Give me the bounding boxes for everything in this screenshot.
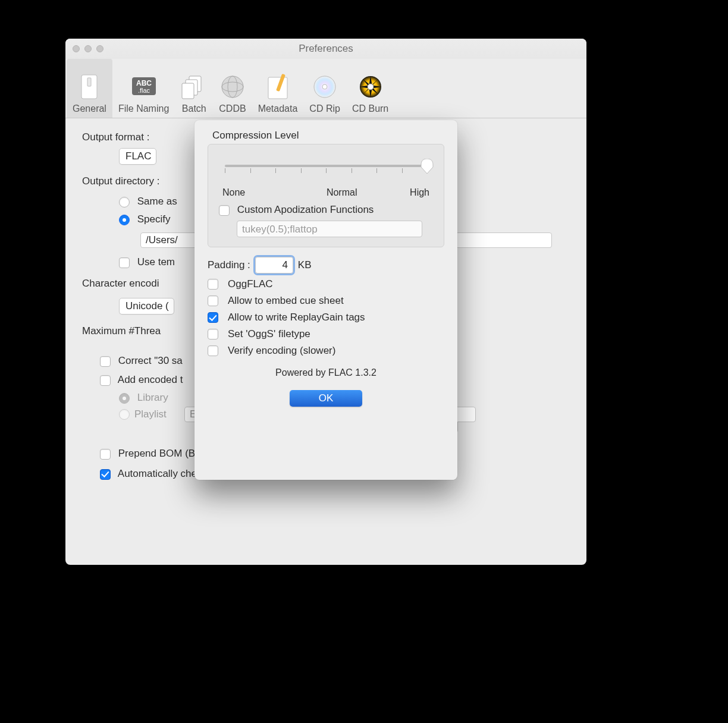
tab-label: CD Burn <box>352 103 388 114</box>
replaygain-label: Allow to write ReplayGain tags <box>228 312 365 323</box>
slider-label-normal: Normal <box>327 187 357 198</box>
radio-specify[interactable] <box>119 215 130 225</box>
ok-button[interactable]: OK <box>290 390 362 407</box>
check-embed-cue[interactable] <box>208 296 218 306</box>
slider-label-none: None <box>222 187 245 198</box>
padding-value: 4 <box>282 259 287 271</box>
metadata-icon <box>265 74 291 100</box>
path-value: /Users/ <box>146 234 178 246</box>
apodization-label: Custom Apodization Functions <box>237 204 374 215</box>
tab-metadata[interactable]: Metadata <box>252 59 304 118</box>
char-encoding-label: Character encodi <box>82 278 159 290</box>
output-format-select[interactable]: FLAC <box>119 148 156 165</box>
general-icon <box>76 74 102 100</box>
check-correct-30[interactable] <box>100 356 111 367</box>
check-oggs-filetype[interactable] <box>208 329 218 340</box>
radio-same-as-label: Same as <box>137 196 177 207</box>
radio-same-as[interactable] <box>119 197 130 208</box>
check-replaygain[interactable] <box>208 312 218 323</box>
padding-input[interactable]: 4 <box>255 257 293 274</box>
padding-unit: KB <box>298 259 312 271</box>
check-prepend-bom[interactable] <box>100 449 111 460</box>
oggs-label: Set 'OggS' filetype <box>228 328 310 340</box>
oggflac-label: OggFLAC <box>228 278 273 290</box>
check-apodization[interactable] <box>219 205 230 216</box>
tab-label: CDDB <box>219 103 246 114</box>
svg-point-14 <box>322 84 327 89</box>
tab-batch[interactable]: Batch <box>175 59 213 118</box>
use-temp-label: Use tem <box>137 256 175 268</box>
tab-label: File Naming <box>118 103 169 114</box>
slider-thumb-icon[interactable] <box>421 159 434 173</box>
tab-cd-rip[interactable]: CD Rip <box>303 59 346 118</box>
apodization-value: tukey(0.5);flattop <box>242 224 318 235</box>
add-encoded-label: Add encoded t <box>118 374 183 385</box>
cd-rip-icon <box>312 74 338 100</box>
max-threads-label: Maximum #Threa <box>82 325 161 337</box>
tab-label: Batch <box>182 103 206 114</box>
flac-options-sheet: Compression Level None Normal High Custo… <box>194 120 457 480</box>
apodization-input[interactable]: tukey(0.5);flattop <box>237 221 422 237</box>
compression-group: Compression Level None Normal High Custo… <box>208 130 444 247</box>
check-verify[interactable] <box>208 345 218 356</box>
titlebar: Preferences <box>65 39 586 59</box>
cd-burn-icon <box>357 74 384 100</box>
tab-label: General <box>73 103 106 114</box>
window-title: Preferences <box>65 43 586 55</box>
svg-point-16 <box>368 84 374 90</box>
select-value: Unicode ( <box>125 300 169 312</box>
padding-label: Padding : <box>208 259 250 271</box>
svg-rect-7 <box>182 83 194 99</box>
slider-label-high: High <box>410 187 429 198</box>
tab-cd-burn[interactable]: CD Burn <box>346 59 394 118</box>
check-oggflac[interactable] <box>208 279 218 290</box>
svg-point-8 <box>222 76 243 98</box>
verify-label: Verify encoding (slower) <box>228 345 335 357</box>
powered-by-label: Powered by FLAC 1.3.2 <box>208 367 444 378</box>
compression-label: Compression Level <box>212 130 299 141</box>
tab-cddb[interactable]: CDDB <box>213 59 252 118</box>
check-use-temp[interactable] <box>119 257 130 268</box>
toolbar: General ABC.flac File Naming Batch CDDB … <box>65 59 586 118</box>
check-add-encoded[interactable] <box>100 375 111 386</box>
tab-file-naming[interactable]: ABC.flac File Naming <box>112 59 175 118</box>
select-value: FLAC <box>125 150 151 162</box>
svg-rect-1 <box>87 78 91 86</box>
output-format-label: Output format : <box>82 131 149 143</box>
tab-label: Metadata <box>258 103 298 114</box>
radio-specify-label: Specify <box>137 213 171 225</box>
tab-general[interactable]: General <box>67 59 112 118</box>
embed-cue-label: Allow to embed cue sheet <box>228 295 344 307</box>
char-encoding-select[interactable]: Unicode ( <box>119 298 174 315</box>
check-auto-update[interactable] <box>100 469 111 480</box>
batch-icon <box>181 74 207 100</box>
radio-playlist-label: Playlist <box>134 408 167 420</box>
tab-label: CD Rip <box>309 103 340 114</box>
cddb-icon <box>219 74 246 100</box>
radio-library-label: Library <box>137 392 168 403</box>
correct-30-label: Correct "30 sa <box>118 355 183 366</box>
svg-text:.flac: .flac <box>138 87 150 94</box>
radio-playlist <box>119 409 130 420</box>
radio-library <box>119 393 130 404</box>
svg-text:ABC: ABC <box>136 79 152 87</box>
file-naming-icon: ABC.flac <box>131 74 157 100</box>
output-directory-label: Output directory : <box>82 175 159 187</box>
compression-slider[interactable] <box>225 160 427 184</box>
